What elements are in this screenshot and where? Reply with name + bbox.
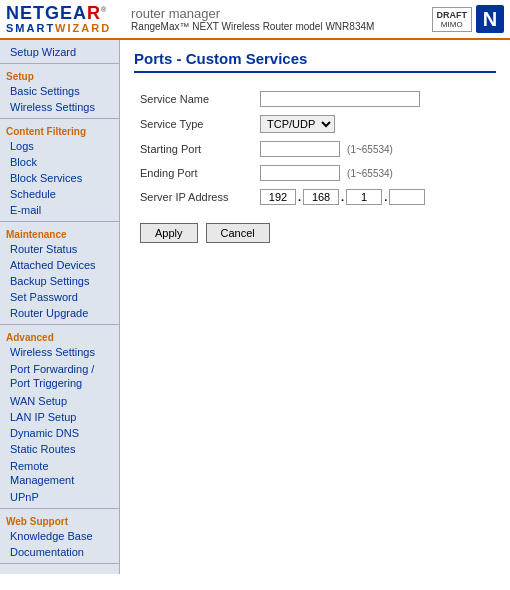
smartwizard-logo: SMARTWIZARD (6, 22, 111, 34)
logo-area: NETGEAR® SMARTWIZARD (6, 4, 111, 34)
netgear-logo: NETGEAR® (6, 4, 111, 22)
sidebar-section-web-support: Web Support (0, 512, 119, 528)
sidebar-item-email[interactable]: E-mail (0, 202, 119, 218)
sidebar-section-setup: Setup (0, 67, 119, 83)
form-table: Service Name Service Type TCP/UDP TCP UD… (134, 87, 496, 209)
sidebar-divider-4 (0, 324, 119, 325)
sidebar-section-maintenance: Maintenance (0, 225, 119, 241)
sidebar-item-knowledge-base[interactable]: Knowledge Base (0, 528, 119, 544)
sidebar-item-logs[interactable]: Logs (0, 138, 119, 154)
sidebar-item-dynamic-dns[interactable]: Dynamic DNS (0, 425, 119, 441)
ip-dot-2: . (341, 191, 344, 203)
sidebar-divider-2 (0, 118, 119, 119)
service-type-select[interactable]: TCP/UDP TCP UDP (260, 115, 335, 133)
sidebar-item-attached-devices[interactable]: Attached Devices (0, 257, 119, 273)
sidebar-item-backup-settings[interactable]: Backup Settings (0, 273, 119, 289)
n-icon: N (476, 5, 504, 33)
sidebar-item-router-status[interactable]: Router Status (0, 241, 119, 257)
main-layout: Setup Wizard Setup Basic Settings Wirele… (0, 40, 510, 574)
starting-port-row: Starting Port (1~65534) (134, 137, 496, 161)
ending-port-label: Ending Port (134, 161, 254, 185)
sidebar-item-static-routes[interactable]: Static Routes (0, 441, 119, 457)
sidebar-item-wan-setup[interactable]: WAN Setup (0, 393, 119, 409)
router-model: RangeMax™ NEXT Wireless Router model WNR… (131, 21, 374, 32)
ip-octet-3[interactable] (346, 189, 382, 205)
sidebar-section-advanced: Advanced (0, 328, 119, 344)
service-type-label: Service Type (134, 111, 254, 137)
service-name-input[interactable] (260, 91, 420, 107)
button-row: Apply Cancel (134, 223, 496, 243)
server-ip-row: Server IP Address . . . (134, 185, 496, 209)
ending-port-row: Ending Port (1~65534) (134, 161, 496, 185)
sidebar-item-wireless-settings-adv[interactable]: Wireless Settings (0, 344, 119, 360)
apply-button[interactable]: Apply (140, 223, 198, 243)
sidebar-item-schedule[interactable]: Schedule (0, 186, 119, 202)
page-title: Ports - Custom Services (134, 50, 496, 73)
sidebar-item-lan-ip-setup[interactable]: LAN IP Setup (0, 409, 119, 425)
draft-badge: DRAFT MIMO (432, 7, 473, 32)
sidebar-section-content-filtering: Content Filtering (0, 122, 119, 138)
router-info: router manager RangeMax™ NEXT Wireless R… (131, 6, 374, 32)
starting-port-hint: (1~65534) (347, 144, 393, 155)
sidebar-divider-3 (0, 221, 119, 222)
sidebar-item-wireless-settings-setup[interactable]: Wireless Settings (0, 99, 119, 115)
sidebar: Setup Wizard Setup Basic Settings Wirele… (0, 40, 120, 574)
sidebar-item-set-password[interactable]: Set Password (0, 289, 119, 305)
sidebar-item-setup-wizard[interactable]: Setup Wizard (0, 44, 119, 60)
ip-octet-1[interactable] (260, 189, 296, 205)
ip-dot-1: . (298, 191, 301, 203)
content-area: Ports - Custom Services Service Name Ser… (120, 40, 510, 574)
ip-octet-4[interactable] (389, 189, 425, 205)
sidebar-divider-6 (0, 563, 119, 564)
sidebar-item-block[interactable]: Block (0, 154, 119, 170)
sidebar-item-remote-management[interactable]: Remote Management (0, 457, 119, 490)
sidebar-item-block-services[interactable]: Block Services (0, 170, 119, 186)
ip-octet-2[interactable] (303, 189, 339, 205)
starting-port-input[interactable] (260, 141, 340, 157)
ending-port-hint: (1~65534) (347, 168, 393, 179)
sidebar-item-router-upgrade[interactable]: Router Upgrade (0, 305, 119, 321)
sidebar-divider-1 (0, 63, 119, 64)
ending-port-input[interactable] (260, 165, 340, 181)
router-manager-label: router manager (131, 6, 374, 21)
service-name-label: Service Name (134, 87, 254, 111)
header: NETGEAR® SMARTWIZARD router manager Rang… (0, 0, 510, 40)
server-ip-label: Server IP Address (134, 185, 254, 209)
sidebar-item-upnp[interactable]: UPnP (0, 489, 119, 505)
service-type-row: Service Type TCP/UDP TCP UDP (134, 111, 496, 137)
sidebar-divider-5 (0, 508, 119, 509)
sidebar-logout[interactable]: Logout (0, 567, 119, 574)
cancel-button[interactable]: Cancel (206, 223, 270, 243)
sidebar-item-port-forwarding[interactable]: Port Forwarding / Port Triggering (0, 360, 119, 393)
service-name-row: Service Name (134, 87, 496, 111)
sidebar-item-basic-settings[interactable]: Basic Settings (0, 83, 119, 99)
sidebar-item-documentation[interactable]: Documentation (0, 544, 119, 560)
starting-port-label: Starting Port (134, 137, 254, 161)
ip-dot-3: . (384, 191, 387, 203)
ip-group: . . . (260, 189, 490, 205)
